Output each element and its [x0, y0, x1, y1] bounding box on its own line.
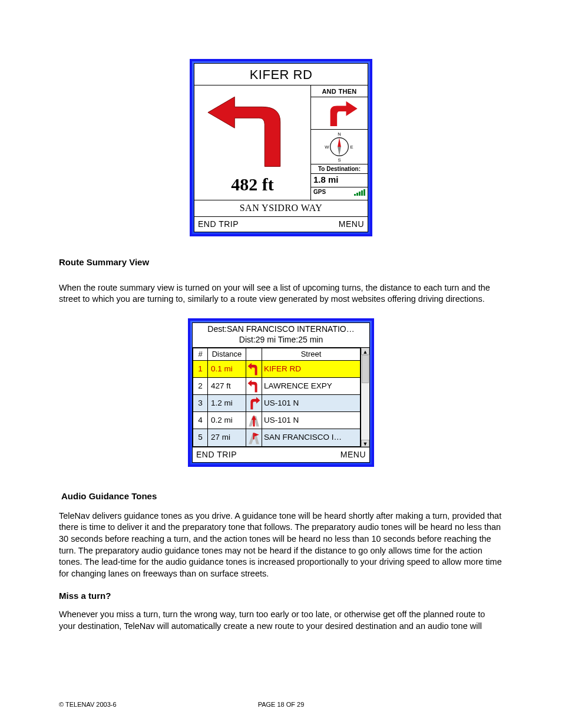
- turn-icon: [246, 360, 262, 377]
- scroll-thumb[interactable]: [362, 355, 369, 383]
- row-distance: 0.2 mi: [208, 412, 246, 429]
- and-then-label: AND THEN: [311, 85, 368, 97]
- svg-marker-2: [338, 147, 341, 156]
- row-number: 2: [193, 377, 208, 394]
- col-distance: Distance: [208, 348, 246, 361]
- table-row[interactable]: 527 miSAN FRANCISCO I…: [193, 429, 361, 446]
- table-row[interactable]: 31.2 miUS-101 N: [193, 395, 361, 412]
- svg-text:S: S: [338, 157, 340, 162]
- table-row[interactable]: 2427 ftLAWRENCE EXPY: [193, 377, 361, 394]
- nav-screenshot: KIFER RD 482 ft AND THEN: [190, 59, 372, 236]
- footer-page: PAGE 18 OF 29: [258, 700, 305, 709]
- row-street: LAWRENCE EXPY: [262, 377, 361, 394]
- table-row[interactable]: 40.2 miUS-101 N: [193, 412, 361, 429]
- summary-dest: Dest:SAN FRANCISCO INTERNATIO…: [196, 324, 366, 335]
- col-icon: [246, 348, 262, 361]
- to-destination-value: 1.8 mi: [311, 174, 368, 187]
- next-turn-street: KIFER RD: [194, 64, 368, 85]
- menu-softkey[interactable]: MENU: [340, 449, 366, 460]
- summary-dist-time: Dist:29 mi Time:25 min: [196, 335, 366, 345]
- scrollbar[interactable]: ▲ ▼: [361, 348, 369, 447]
- miss-turn-heading: Miss a turn?: [59, 590, 503, 602]
- gps-label: GPS: [313, 188, 326, 196]
- svg-text:N: N: [338, 131, 341, 136]
- scroll-down-icon[interactable]: ▼: [361, 440, 369, 447]
- audio-tones-body: TeleNav delivers guidance tones as you d…: [59, 510, 503, 579]
- table-row[interactable]: 10.1 miKIFER RD: [193, 360, 361, 377]
- scroll-up-icon[interactable]: ▲: [361, 348, 369, 355]
- compass-icon: N S W E: [311, 130, 368, 164]
- turn-icon: [246, 395, 262, 412]
- turn-icon: [246, 429, 262, 446]
- svg-text:E: E: [351, 144, 353, 149]
- row-distance: 27 mi: [208, 429, 246, 446]
- row-number: 4: [193, 412, 208, 429]
- signal-bars-icon: [354, 189, 365, 196]
- route-summary-screenshot: Dest:SAN FRANCISCO INTERNATIO… Dist:29 m…: [188, 318, 374, 467]
- row-number: 1: [193, 360, 208, 377]
- row-distance: 0.1 mi: [208, 360, 246, 377]
- distance-to-turn: 482 ft: [197, 173, 308, 197]
- end-trip-softkey[interactable]: END TRIP: [196, 449, 237, 460]
- svg-marker-1: [338, 137, 341, 146]
- col-street: Street: [262, 348, 361, 361]
- turn-icon: [246, 412, 262, 429]
- current-road: SAN YSIDRO WAY: [194, 200, 368, 217]
- row-distance: 427 ft: [208, 377, 246, 394]
- row-street: KIFER RD: [262, 360, 361, 377]
- col-number: #: [193, 348, 208, 361]
- audio-tones-heading: Audio Guidance Tones: [59, 490, 503, 502]
- svg-rect-9: [253, 433, 254, 439]
- turn-icon: [246, 377, 262, 394]
- svg-text:W: W: [325, 144, 329, 149]
- turn-list-table: # Distance Street 10.1 miKIFER RD2427 ft…: [193, 348, 361, 447]
- to-destination-label: To Destination:: [311, 164, 368, 174]
- turn-left-icon: [197, 89, 308, 172]
- menu-softkey[interactable]: MENU: [339, 219, 364, 230]
- row-street: US-101 N: [262, 412, 361, 429]
- row-number: 5: [193, 429, 208, 446]
- row-distance: 1.2 mi: [208, 395, 246, 412]
- row-street: US-101 N: [262, 395, 361, 412]
- row-number: 3: [193, 395, 208, 412]
- turn-right-icon: [311, 97, 368, 130]
- route-summary-heading: Route Summary View: [59, 256, 503, 268]
- miss-turn-body: Whenever you miss a turn, turn the wrong…: [59, 609, 503, 632]
- end-trip-softkey[interactable]: END TRIP: [198, 219, 239, 230]
- route-summary-body: When the route summary view is turned on…: [59, 282, 503, 305]
- row-street: SAN FRANCISCO I…: [262, 429, 361, 446]
